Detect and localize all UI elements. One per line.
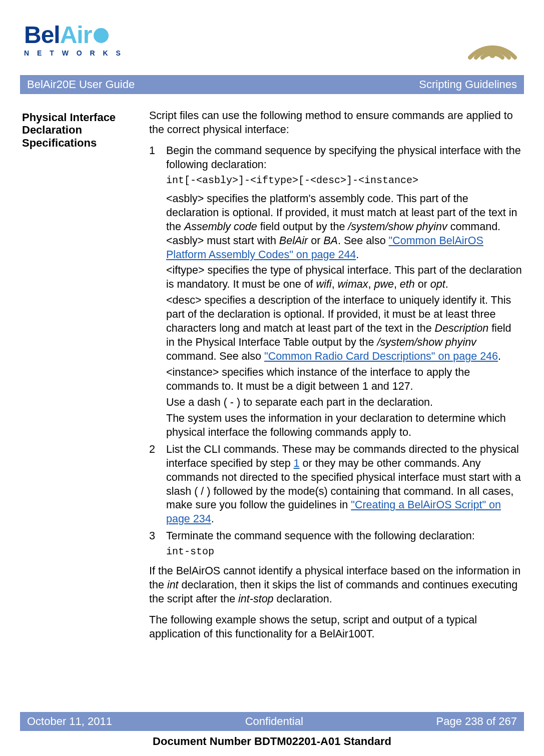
footer-date: October 11, 2011: [27, 715, 112, 728]
radiating-icon: [465, 20, 520, 61]
footer-confidential: Confidential: [245, 715, 303, 728]
intro-text: Script files can use the following metho…: [149, 109, 522, 137]
dash-para: Use a dash ( - ) to separate each part i…: [166, 396, 522, 410]
document-number: Document Number BDTM02201-A01 Standard: [0, 735, 544, 748]
logo-part2: Air: [60, 24, 92, 46]
example-para: The following example shows the setup, s…: [149, 613, 522, 641]
step-3-code: int-stop: [166, 545, 522, 558]
logo-part1: Bel: [24, 24, 60, 46]
step-3-number: 3: [149, 529, 166, 560]
header-left: BelAir20E User Guide: [27, 78, 135, 91]
step-1-number: 1: [149, 144, 166, 442]
desc-para: <desc> specifies a description of the in…: [166, 294, 522, 364]
footer-page: Page 238 of 267: [436, 715, 517, 728]
iftype-para: <iftype> specifies the type of physical …: [166, 264, 522, 292]
header-bar: BelAir20E User Guide Scripting Guideline…: [20, 75, 524, 94]
header-right: Scripting Guidelines: [419, 78, 517, 91]
header-logo-row: BelAir N E T W O R K S: [22, 20, 522, 61]
link-radio-card-desc[interactable]: "Common Radio Card Descriptions" on page…: [264, 350, 498, 362]
sysuse-para: The system uses the information in your …: [166, 412, 522, 440]
link-step-1[interactable]: 1: [294, 457, 300, 469]
logo-subtitle: N E T W O R K S: [24, 49, 124, 57]
asbly-para: <asbly> specifies the platform's assembl…: [166, 192, 522, 262]
step-2-number: 2: [149, 443, 166, 529]
footer-bar: October 11, 2011 Confidential Page 238 o…: [20, 712, 524, 731]
section-heading: Physical Interface Declaration Specifica…: [22, 111, 137, 149]
step-2-text: List the CLI commands. These may be comm…: [166, 443, 522, 527]
step-3-lead: Terminate the command sequence with the …: [166, 529, 522, 543]
svg-point-0: [489, 52, 495, 58]
main-content: Script files can use the following metho…: [149, 109, 522, 648]
instance-para: <instance> specifies which instance of t…: [166, 366, 522, 394]
after-steps-para: If the BelAirOS cannot identify a physic…: [149, 564, 522, 606]
step-1-lead: Begin the command sequence by specifying…: [166, 144, 522, 172]
step-1-code: int[-<asbly>]-<iftype>[-<desc>]-<instanc…: [166, 174, 522, 187]
belair-logo: BelAir N E T W O R K S: [24, 24, 124, 57]
logo-dot-icon: [94, 28, 109, 43]
